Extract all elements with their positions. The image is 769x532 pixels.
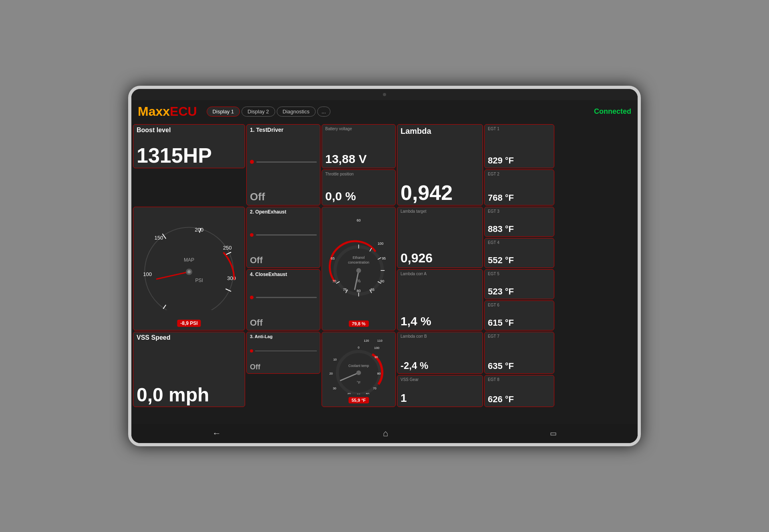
egt4-cell: EGT 4 552 °F [484,238,554,268]
egt1-cell: EGT 1 829 °F [484,124,554,168]
nav-home-button[interactable]: ⌂ [383,428,388,439]
open-exhaust-cell: 2. OpenExhaust Off [246,207,320,268]
main-content: MaxxECU Display 1 Display 2 Diagnostics … [131,100,638,443]
svg-text:70: 70 [332,279,336,283]
egt1-label: EGT 1 [488,127,551,131]
lambda-target-cell: Lambda target 0,926 [397,207,483,268]
egt6-label: EGT 6 [488,303,551,307]
svg-text:70: 70 [373,387,376,390]
svg-text:65: 65 [331,256,335,260]
boost-level-cell: Boost level 1315HP [133,124,245,168]
svg-text:90: 90 [380,279,384,283]
svg-text:20: 20 [329,372,333,375]
lambda-corr-b-label: Lambda corr B [401,334,479,339]
egt2-label: EGT 2 [488,172,551,176]
svg-text:100: 100 [374,346,379,350]
egt3-label: EGT 3 [488,209,551,214]
egt5-cell: EGT 5 523 °F [484,269,554,299]
connected-status: Connected [594,107,631,116]
anti-lag-label: 3. Anti-Lag [250,334,317,339]
egt6-value: 615 °F [488,318,551,328]
vss-speed-label: VSS Speed [137,334,242,341]
lambda-corr-b-cell: Lambda corr B -2,4 % [397,332,483,374]
open-exhaust-label: 2. OpenExhaust [250,209,317,215]
bottom-nav-bar: ← ⌂ ▭ [131,424,638,443]
svg-text:Ethanol: Ethanol [353,256,365,260]
coolant-gauge-cell: Coolant temp 0 10 20 30 40 50 60 70 [322,332,396,407]
svg-text:75: 75 [343,288,347,292]
svg-text:95: 95 [382,256,386,260]
header: MaxxECU Display 1 Display 2 Diagnostics … [131,100,638,123]
svg-point-42 [356,268,361,273]
vss-gear-value: 1 [401,392,479,405]
ethanol-gauge-cell: Ethanol concentration [322,207,396,330]
egt1-value: 829 °F [488,155,551,166]
boost-level-value: 1315HP [137,145,242,166]
egt3-value: 883 °F [488,224,551,234]
anti-lag-value: Off [250,363,317,371]
nav-recent-button[interactable]: ▭ [550,429,557,438]
tablet-top-bar [131,89,638,100]
boost-gauge-svg: 50 100 150 200 250 300 MAP PSI [137,209,242,310]
svg-text:90: 90 [374,355,378,359]
throttle-position-label: Throttle position [325,172,392,176]
svg-text:MAP: MAP [184,257,194,263]
throttle-position-value: 0,0 % [325,189,392,203]
battery-voltage-label: Battery voltage [325,127,392,131]
coolant-gauge-svg: Coolant temp 0 10 20 30 40 50 60 70 [325,334,392,394]
tab-diagnostics[interactable]: Diagnostics [277,107,316,117]
tablet-frame: MaxxECU Display 1 Display 2 Diagnostics … [128,86,641,446]
logo: MaxxECU [138,104,197,119]
logo-ecu: ECU [170,104,197,119]
svg-text:0: 0 [358,346,359,349]
boost-gauge-cell: 50 100 150 200 250 300 MAP PSI [133,207,245,330]
vss-gear-label: VSS Gear [401,377,479,382]
svg-text:60: 60 [357,218,361,222]
lambda-title: Lambda [401,127,479,136]
svg-point-18 [187,270,191,273]
egt3-cell: EGT 3 883 °F [484,207,554,237]
lambda-value: 0,942 [401,182,479,203]
vss-speed-cell: VSS Speed 0,0 mph [133,332,245,407]
lambda-target-value: 0,926 [401,251,479,266]
egt2-cell: EGT 2 768 °F [484,169,554,206]
coolant-temp-badge: 55,9 °F [348,397,369,403]
tab-display2[interactable]: Display 2 [242,107,275,117]
tab-display1[interactable]: Display 1 [207,107,240,117]
test-driver-value: Off [250,191,317,203]
svg-text:150: 150 [154,235,163,241]
egt7-value: 635 °F [488,361,551,371]
test-driver-label: 1. TestDriver [250,127,317,133]
open-exhaust-track [256,234,317,236]
test-driver-track [256,161,317,163]
close-exhaust-label: 4. CloseExhaust [250,272,317,277]
tab-more[interactable]: ... [317,107,330,117]
svg-text:200: 200 [195,227,203,233]
tabs-container: Display 1 Display 2 Diagnostics ... [207,107,330,117]
lambda-corr-a-value: 1,4 % [401,314,479,328]
svg-line-16 [157,272,189,279]
svg-text:Coolant temp: Coolant temp [348,364,369,368]
nav-back-button[interactable]: ← [212,428,221,439]
svg-text:°F: °F [357,380,361,385]
boost-level-label: Boost level [137,127,242,134]
logo-maxx: Maxx [138,104,170,119]
close-exhaust-cell: 4. CloseExhaust Off [246,269,320,330]
svg-text:120: 120 [364,339,369,343]
ethanol-percent-badge: 79,8 % [348,320,368,327]
svg-text:80: 80 [377,372,381,375]
vss-gear-cell: VSS Gear 1 [397,375,483,407]
svg-line-2 [163,305,166,309]
camera-dot [383,93,386,96]
egt5-value: 523 °F [488,286,551,297]
svg-text:110: 110 [377,339,382,343]
lambda-target-label: Lambda target [401,209,479,214]
egt7-label: EGT 7 [488,334,551,339]
svg-text:concentration: concentration [348,260,369,264]
test-driver-cell: 1. TestDriver Off [246,124,320,206]
close-exhaust-value: Off [250,318,317,328]
battery-voltage-cell: Battery voltage 13,88 V [322,124,396,168]
egt6-cell: EGT 6 615 °F [484,300,554,330]
egt4-label: EGT 4 [488,240,551,245]
close-exhaust-track [256,297,317,298]
